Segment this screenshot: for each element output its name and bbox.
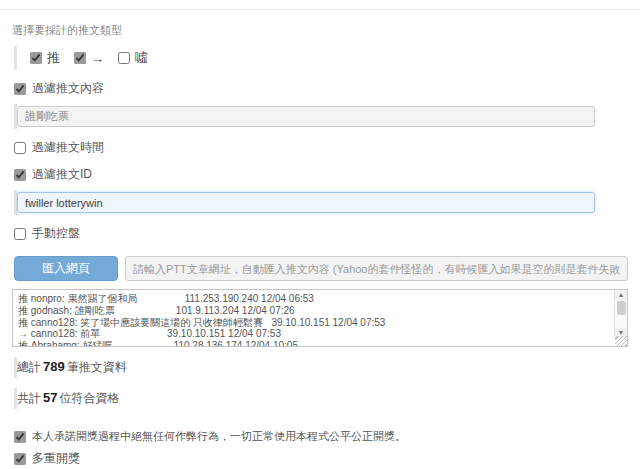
fairness-promise-checkbox[interactable] [14,431,26,443]
manual-rig-row: 手動控盤 [14,225,640,242]
push-type-options: 推 → 噓 [14,46,640,70]
filter-id-checkbox[interactable] [14,169,26,181]
qualified-suffix: 位符合資格 [59,391,119,405]
filter-content-checkbox[interactable] [14,83,26,95]
push-type-option-push: 推 [30,49,60,67]
filter-id-label: 過濾推文ID [32,166,92,183]
push-type-option-boo: 噓 [118,49,148,67]
manual-rig-checkbox[interactable] [14,228,26,240]
push-type-option-arrow: → [74,51,104,66]
push-checkbox[interactable] [30,52,42,64]
multi-draw-label: 多重開獎 [32,450,80,467]
filter-content-input-group [14,104,640,129]
qualified-count-line: 共計57位符合資格 [14,388,640,409]
filter-id-input[interactable] [17,192,595,213]
total-comments-line: 總計789筆推文資料 [14,357,640,378]
filter-time-label: 過濾推文時間 [32,139,104,156]
scroll-up-icon[interactable]: ▲ [615,290,627,300]
filter-time-checkbox[interactable] [14,142,26,154]
comments-textarea[interactable]: 推 nonpro: 果然踢了個和局 111.253.190.240 12/04 … [12,289,628,347]
multi-draw-row: 多重開獎 [14,450,640,467]
textarea-scrollbar[interactable]: ▲ ▼ [614,290,627,338]
comments-area-wrapper: 推 nonpro: 果然踢了個和局 111.253.190.240 12/04 … [12,289,628,347]
arrow-label: → [91,51,104,66]
filter-content-row: 過濾推文內容 [14,80,640,97]
total-suffix: 筆推文資料 [67,360,127,374]
boo-checkbox[interactable] [118,52,130,64]
fairness-promise-label: 本人承諾開獎過程中絕無任何作弊行為，一切正常使用本程式公平公正開獎。 [32,429,406,444]
push-type-section-title: 選擇要採計的推文類型 [12,23,640,38]
manual-rig-label: 手動控盤 [32,225,80,242]
push-label: 推 [47,49,60,67]
filter-id-input-group [14,190,640,215]
fairness-promise-row: 本人承諾開獎過程中絕無任何作弊行為，一切正常使用本程式公平公正開獎。 [14,429,640,444]
article-url-input[interactable] [125,256,628,281]
multi-draw-checkbox[interactable] [14,453,26,465]
arrow-checkbox[interactable] [74,52,86,64]
import-page-button[interactable]: 匯入網頁 [14,256,118,281]
boo-label: 噓 [135,49,148,67]
filter-id-row: 過濾推文ID [14,166,640,183]
qualified-count: 57 [41,390,59,405]
filter-content-input[interactable] [17,106,595,127]
filter-content-label: 過濾推文內容 [32,80,104,97]
import-row: 匯入網頁 [14,256,628,281]
filter-time-row: 過濾推文時間 [14,139,640,156]
total-count: 789 [41,359,67,374]
resize-grip-icon[interactable] [615,336,627,346]
scrollbar-thumb[interactable] [617,301,626,315]
total-prefix: 總計 [17,360,41,374]
top-divider [0,9,640,10]
qualified-prefix: 共計 [17,391,41,405]
